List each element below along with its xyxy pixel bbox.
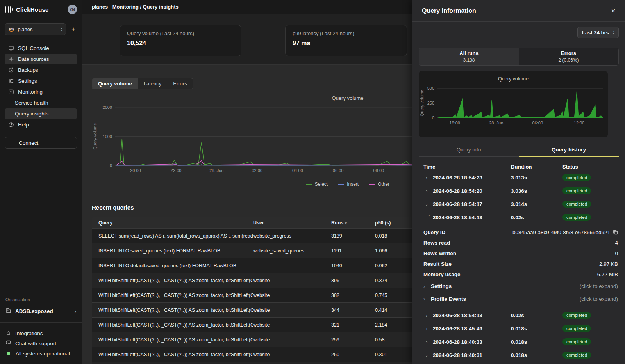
- copy-icon[interactable]: [613, 230, 618, 235]
- legend-item-insert[interactable]: Insert: [338, 181, 359, 187]
- connect-label: Connect: [19, 140, 38, 146]
- sidebar-item-sql-console[interactable]: SQL Console: [5, 43, 77, 53]
- select-series-swatch: [306, 184, 312, 185]
- panel-title: Query information: [422, 7, 476, 14]
- sidebar-item-integrations[interactable]: Integrations: [5, 328, 77, 338]
- close-icon[interactable]: ✕: [611, 8, 616, 14]
- tab-all-runs[interactable]: All runs 3,138: [419, 48, 519, 65]
- history-row[interactable]: ›2024-06-28 18:45:490.018scompleted: [419, 322, 619, 335]
- sort-desc-icon: ▾: [345, 221, 347, 225]
- sidebar-item-label: Service health: [15, 100, 48, 106]
- cell-query: INSERT INTO default.saved_queries (text)…: [92, 263, 253, 268]
- time-range-select[interactable]: Last 24 hrs ▴▾: [577, 27, 619, 38]
- svg-text:08:00: 08:00: [373, 168, 384, 173]
- sidebar-item-label: Data sources: [18, 56, 49, 62]
- history-rows-bottom: ›2024-06-28 18:54:130.02scompleted›2024-…: [419, 309, 619, 362]
- detail-key: Result Size: [423, 261, 452, 267]
- workspace-selector[interactable]: aws planes ▴▾: [5, 23, 66, 35]
- column-header-runs[interactable]: Runs▾: [331, 220, 375, 226]
- expandable-profile-events[interactable]: ›Profile Events(click to expand): [419, 293, 619, 305]
- clickhouse-logo-icon: [5, 6, 13, 13]
- cell-query: SELECT sum(read_rows) AS r, sum(total_ro…: [92, 233, 253, 239]
- run-duration: 3.013s: [511, 175, 562, 181]
- legend-item-select[interactable]: Select: [306, 181, 328, 187]
- history-row[interactable]: ›2024-06-28 18:54:130.02scompleted: [419, 211, 619, 224]
- chevron-right-icon: ›: [426, 326, 433, 332]
- other-series-swatch: [369, 184, 375, 185]
- tab-query-volume[interactable]: Query volume: [92, 78, 138, 89]
- sidebar-item-service-health[interactable]: Service health: [5, 98, 77, 108]
- run-duration: 0.02s: [511, 215, 562, 220]
- column-header-query[interactable]: Query: [92, 220, 253, 226]
- tab-query-history[interactable]: Query history: [519, 144, 619, 157]
- chevron-right-icon: ›: [426, 352, 433, 358]
- tab-query-info[interactable]: Query info: [419, 144, 519, 156]
- chevron-right-icon: ›: [423, 296, 431, 302]
- chevron-right-icon: ›: [426, 201, 433, 207]
- stat-value: 97 ms: [293, 40, 400, 47]
- detail-row-rows-written: Rows written0: [419, 248, 619, 259]
- status-badge: completed: [562, 214, 591, 221]
- run-duration: 0.018s: [511, 326, 562, 332]
- panel-body: Last 24 hrs ▴▾ All runs 3,138 Errors 2 (…: [412, 27, 625, 362]
- workspace-name: planes: [18, 27, 58, 32]
- settings-icon: [8, 78, 14, 84]
- add-service-button[interactable]: +: [70, 26, 77, 33]
- svg-text:250: 250: [427, 101, 434, 105]
- column-header-duration[interactable]: Duration: [511, 164, 562, 170]
- run-duration: 0.018s: [511, 339, 562, 345]
- stat-label: p99 latency (Last 24 hours): [293, 30, 400, 36]
- stat-card-query-volume: Query volume (Last 24 hours) 10,524: [120, 25, 241, 56]
- run-timestamp: 2024-06-28 18:40:31: [433, 352, 511, 358]
- chevron-right-icon: ›: [423, 283, 431, 289]
- legend-item-other[interactable]: Other: [369, 181, 389, 187]
- history-row[interactable]: ›2024-06-28 18:40:330.018scompleted: [419, 335, 619, 348]
- svg-text:500: 500: [427, 86, 434, 91]
- expand-hint: (click to expand): [580, 296, 618, 302]
- integrations-label: Integrations: [15, 330, 43, 336]
- cell-user: website: [253, 322, 331, 328]
- clickhouse-logo: ClickHouse: [5, 6, 49, 13]
- history-row[interactable]: ›2024-06-28 18:54:130.02scompleted: [419, 309, 619, 322]
- detail-value: 6.72 MiB: [597, 272, 618, 277]
- run-timestamp: 2024-06-28 18:54:13: [433, 313, 511, 318]
- connect-button[interactable]: Connect: [5, 137, 77, 149]
- info-history-tabs: Query info Query history: [419, 144, 619, 157]
- svg-text:18:00: 18:00: [449, 121, 460, 125]
- expandable-settings[interactable]: ›Settings(click to expand): [419, 280, 619, 293]
- run-timestamp: 2024-06-28 18:54:20: [433, 188, 511, 194]
- history-row[interactable]: ›2024-06-28 18:54:173.014scompleted: [419, 197, 619, 211]
- tab-latency[interactable]: Latency: [138, 78, 168, 89]
- sidebar-item-monitoring[interactable]: Monitoring: [5, 87, 77, 97]
- sidebar-item-query-insights[interactable]: Query insights: [5, 108, 77, 119]
- history-row[interactable]: ›2024-06-28 18:54:233.013scompleted: [419, 171, 619, 184]
- panel-header: Query information ✕: [412, 0, 625, 22]
- column-header-time[interactable]: Time: [423, 164, 511, 170]
- svg-text:Query volume: Query volume: [93, 123, 97, 149]
- tab-errors[interactable]: Errors: [167, 78, 193, 89]
- detail-row-memory-usage: Memory usage6.72 MiB: [419, 269, 619, 280]
- detail-row-rows-read: Rows read4: [419, 238, 619, 248]
- cell-user: website_saved_queries: [253, 248, 331, 254]
- sidebar-item-help[interactable]: Help: [5, 119, 77, 130]
- system-status[interactable]: All systems operational: [5, 348, 77, 359]
- sidebar-item-backups[interactable]: Backups: [5, 65, 77, 75]
- column-header-status[interactable]: Status: [562, 164, 578, 170]
- cell-user: website: [253, 278, 331, 283]
- chevron-right-icon: ›: [426, 175, 433, 181]
- app-root: { "sidebar": { "brand": "ClickHouse", "a…: [0, 0, 625, 364]
- history-row[interactable]: ›2024-06-28 18:54:203.036scompleted: [419, 184, 619, 197]
- sidebar-item-settings[interactable]: Settings: [5, 76, 77, 86]
- cell-user: website: [253, 337, 331, 343]
- sidebar-item-data-sources[interactable]: Data sources: [5, 54, 77, 64]
- avatar[interactable]: ZN: [68, 5, 77, 14]
- column-header-user[interactable]: User: [253, 220, 331, 226]
- sidebar-item-chat-support[interactable]: Chat with support: [5, 338, 77, 348]
- detail-expandables: ›Settings(click to expand)›Profile Event…: [419, 280, 619, 305]
- tab-errors-count[interactable]: Errors 2 (0.06%): [519, 48, 618, 65]
- history-row[interactable]: ›2024-06-28 18:40:310.018scompleted: [419, 348, 619, 362]
- run-duration: 0.02s: [511, 313, 562, 318]
- cell-runs: 396: [331, 278, 375, 283]
- organization-selector[interactable]: ADSB.exposed ›: [5, 306, 77, 316]
- cell-query: WITH bitShiftLeft(CAST(?..), _CAST(?..))…: [92, 337, 253, 343]
